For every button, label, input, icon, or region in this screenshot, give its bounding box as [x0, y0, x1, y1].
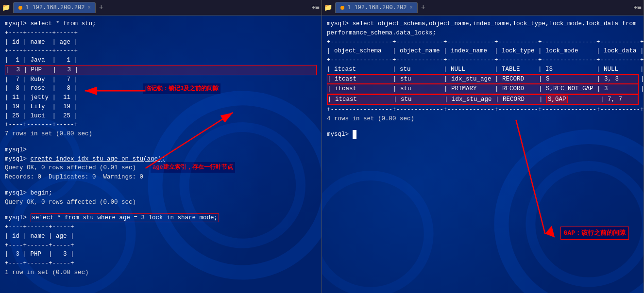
right-tab-item[interactable]: 1 192.168.200.202 × — [335, 2, 418, 13]
left-tab-item[interactable]: 1 192.168.200.202 × — [13, 2, 96, 13]
right-line-2: performance_schema.data_locks; — [327, 29, 639, 38]
line-26: 1 row in set (0.00 sec) — [5, 268, 317, 277]
blank-2 — [5, 182, 317, 189]
line-17: Records: 0 Duplicates: 0 Warnings: 0 — [5, 173, 317, 182]
line-19: Query OK, 0 rows affected (0.00 sec) — [5, 198, 317, 207]
right-new-tab[interactable]: + — [421, 3, 425, 12]
line-23: +----+------+-----+ — [5, 241, 317, 250]
right-footer: 4 rows in set (0.00 sec) — [327, 114, 639, 124]
right-sep-3: +-----------------+-------------+-------… — [327, 105, 639, 114]
left-panel: 📁 1 192.168.200.202 × + ⊞≡ — [0, 0, 322, 293]
line-13: 7 rows in set (0.00 sec) — [5, 130, 317, 139]
right-row-3-highlight: | itcast | stu | PRIMARY | RECORD | S,RE… — [327, 84, 639, 94]
line-5: | 1 | Java | 1 | — [5, 56, 317, 65]
svg-point-8 — [501, 137, 644, 293]
right-terminal-content: mysql> select object_schema,object_name,… — [327, 19, 639, 139]
left-tab-close[interactable]: × — [87, 5, 90, 11]
line-2: +----+-------+-----+ — [5, 29, 317, 38]
left-terminal-content: mysql> select * from stu; +----+-------+… — [5, 19, 317, 277]
right-panel: 📁 1 192.168.200.202 × + ⊞≡ mysql> select… — [322, 0, 644, 293]
left-annotation-1: 临记锁：锁记3及之前的间隙 — [143, 83, 220, 94]
left-grid-icon: ⊞≡ — [311, 3, 320, 12]
line-11: | 25 | luci | 25 | — [5, 112, 317, 121]
line-18: mysql> begin; — [5, 189, 317, 198]
line-14: mysql> — [5, 146, 317, 155]
blank-3 — [5, 207, 317, 213]
line-22: | id | name | age | — [5, 232, 317, 241]
right-row-4-gap: | itcast | stu | idx_stu_age | RECORD | … — [327, 94, 639, 105]
right-row-1: | itcast | stu | NULL | TABLE | IS | NUL… — [327, 65, 639, 74]
right-tab-bar: 📁 1 192.168.200.202 × + ⊞≡ — [322, 0, 644, 16]
right-tab-label: 1 192.168.200.202 — [347, 4, 407, 11]
right-terminal[interactable]: mysql> select object_schema,object_name,… — [322, 16, 644, 293]
left-new-tab[interactable]: + — [99, 3, 103, 12]
line-9: | 11 | jetty | 11 | — [5, 93, 317, 102]
right-header: | object_schema | object_name | index_na… — [327, 47, 639, 56]
line-12: +----+-------+-----+ — [5, 120, 317, 130]
left-tab-bar: 📁 1 192.168.200.202 × + ⊞≡ — [0, 0, 322, 16]
line-10: | 19 | Lily | 19 | — [5, 102, 317, 112]
left-tab-dot — [18, 6, 22, 10]
line-25: +----+------+-----+ — [5, 259, 317, 268]
line-4: +----+-------+-----+ — [5, 47, 317, 56]
right-grid-icon: ⊞≡ — [633, 3, 642, 12]
line-7-ruby: | 7 | Ruby | 7 | — [5, 75, 317, 84]
line-6-php: | 3 | PHP | 3 | — [5, 65, 317, 75]
line-24: | 3 | PHP | 3 | — [5, 250, 317, 259]
right-annotation-gap: GAP：该行之前的间隙 — [560, 227, 629, 240]
right-prompt: mysql> — [327, 130, 639, 139]
line-21: +----+------+-----+ — [5, 223, 317, 232]
line-20-select: mysql> select * from stu where age = 3 l… — [5, 213, 317, 223]
right-sep-2: +-----------------+-------------+-------… — [327, 56, 639, 65]
left-terminal[interactable]: mysql> select * from stu; +----+-------+… — [0, 16, 322, 293]
svg-point-9 — [530, 166, 644, 282]
right-tab-dot — [340, 6, 344, 10]
line-3: | id | name | age | — [5, 38, 317, 47]
right-row-2-highlight: | itcast | stu | idx_stu_age | RECORD | … — [327, 74, 639, 84]
blank-1 — [5, 139, 317, 146]
line-1: mysql> select * from stu; — [5, 19, 317, 29]
right-folder-icon: 📁 — [324, 3, 332, 12]
left-tab-label: 1 192.168.200.202 — [25, 4, 85, 11]
right-sep-1: +-----------------+-------------+-------… — [327, 38, 639, 47]
left-annotation-2: age建立索引，存在一行叶节点 — [151, 162, 235, 173]
svg-point-10 — [322, 176, 429, 292]
right-line-1: mysql> select object_schema,object_name,… — [327, 19, 639, 29]
right-blank-1 — [327, 123, 639, 130]
right-tab-close[interactable]: × — [409, 5, 412, 11]
left-folder-icon: 📁 — [2, 3, 10, 12]
